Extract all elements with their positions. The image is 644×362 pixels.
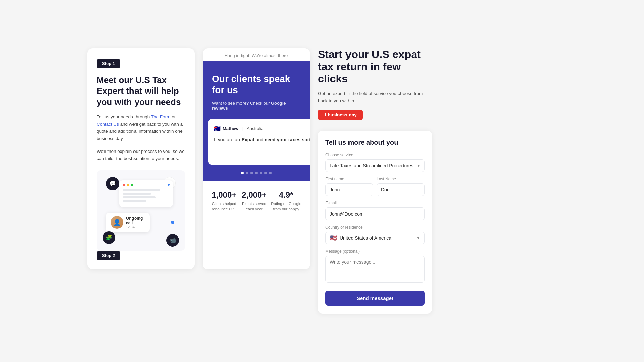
illustration: 💬 📋 👤 Ongoing call [97, 170, 185, 251]
left-description2: We'll then explain our process to you, s… [97, 148, 185, 162]
right-subtext: Get an expert in the field of service yo… [318, 90, 432, 104]
country-chevron-icon: ▼ [416, 236, 420, 240]
dot-4[interactable] [255, 172, 258, 174]
middle-panel: Hang in tight! We're almost there Our cl… [203, 48, 310, 269]
dot-1[interactable] [241, 172, 244, 174]
form-heading: Tell us more about you [325, 139, 425, 146]
dot-blue [168, 184, 170, 186]
avatar: 👤 [111, 216, 123, 229]
service-label: Choose service [325, 153, 425, 157]
lastname-group: Last Name [377, 177, 425, 196]
expand-chevron[interactable]: ∨ [214, 149, 310, 157]
country-label: Country of residence [325, 225, 425, 230]
email-input[interactable] [325, 207, 425, 220]
country-flag: 🇺🇸 [330, 234, 337, 242]
page-wrapper: Step 1 Meet our U.S Tax Expert that will… [87, 48, 557, 314]
business-day-badge: 1 business day [318, 110, 363, 120]
right-top: Start your U.S expat tax return in few c… [318, 48, 432, 127]
card1-flag: 🇦🇺 [214, 125, 221, 132]
testimonial-heading: Our clients speak for us [212, 73, 301, 96]
dot-3[interactable] [250, 172, 253, 174]
country-group: Country of residence 🇺🇸 United States of… [325, 225, 425, 244]
firstname-label: First name [325, 177, 373, 181]
card1-author: 🇦🇺 Mathew | Australia [214, 125, 310, 132]
hang-tight-text: Hang in tight! We're almost there [203, 48, 310, 61]
dot-6[interactable] [264, 172, 267, 174]
desc1-pre: Tell us your needs through [97, 114, 151, 119]
puzzle-icon: 🧩 [103, 231, 115, 244]
stat-2: 2,000+ Expats served each year [240, 190, 268, 261]
avatar-text: Ongoing call 12:04 [126, 216, 145, 229]
desc1-mid: or [170, 114, 176, 119]
send-button[interactable]: Send message! [325, 291, 425, 306]
message-label: Message (optional) [325, 249, 425, 254]
step2-badge: Step 2 [97, 251, 120, 260]
left-panel: Step 1 Meet our U.S Tax Expert that will… [87, 48, 195, 269]
name-row: First name Last Name [325, 177, 425, 201]
right-heading: Start your U.S expat tax return in few c… [318, 48, 432, 85]
firstname-group: First name [325, 177, 373, 196]
dot-2[interactable] [246, 172, 248, 174]
avatar-time: 12:04 [126, 225, 145, 229]
stat2-value: 2,000+ [240, 190, 268, 200]
testimonial-card-1: 🇦🇺 Mathew | Australia If you are an Expa… [208, 119, 310, 165]
card1-text: If you are an Expat and need your taxes … [214, 136, 310, 144]
stat-3: 4.9* Rating on Google from our happy [268, 190, 305, 261]
email-group: E-mail [325, 201, 425, 220]
stats-area: 1,000+ Clients helped renounce U.S. 2,00… [203, 181, 310, 269]
country-select-wrapper: 🇺🇸 United States of America ▼ [325, 232, 425, 244]
avatar-name: Ongoing call [126, 216, 145, 225]
testimonial-cards: 🇦🇺 Mathew | Australia If you are an Expa… [203, 119, 310, 172]
firstname-input[interactable] [325, 183, 373, 196]
video-icon: 📹 [166, 234, 179, 247]
the-form-link[interactable]: The Form [151, 114, 171, 119]
testimonial-subtext: Want to see more? Check our Google revie… [212, 101, 301, 111]
card1-country: Australia [247, 126, 264, 131]
dot-5[interactable] [260, 172, 262, 174]
country-select[interactable]: United States of America [340, 232, 415, 244]
dots-indicator [203, 172, 310, 181]
dot-yellow [127, 184, 129, 186]
step1-badge: Step 1 [97, 59, 120, 68]
form-card: Tell us more about you Choose service La… [318, 131, 432, 314]
stat3-label: Rating on Google from our happy [268, 201, 305, 212]
avatar-card: 👤 Ongoing call 12:04 [106, 213, 150, 232]
subtext-pre: Want to see more? Check our [212, 101, 271, 106]
left-heading: Meet our U.S Tax Expert that will help y… [97, 75, 185, 108]
blue-dot-indicator [171, 221, 174, 224]
stat1-label: Clients helped renounce U.S. [208, 201, 240, 212]
message-group: Message (optional) [325, 249, 425, 284]
message-textarea[interactable] [325, 256, 425, 283]
mock-window [119, 180, 173, 207]
dot-red [123, 184, 125, 186]
email-label: E-mail [325, 201, 425, 205]
testimonial-header: Our clients speak for us Want to see mor… [203, 61, 310, 119]
lastname-label: Last Name [377, 177, 425, 181]
service-select[interactable]: Late Taxes and Streamlined Procedures [325, 159, 425, 172]
card1-name: Mathew [223, 126, 239, 131]
service-select-wrapper: Late Taxes and Streamlined Procedures ▼ [325, 159, 425, 172]
stat1-value: 1,000+ [208, 190, 240, 200]
lastname-input[interactable] [377, 183, 425, 196]
chat-icon: 💬 [106, 177, 119, 190]
stat2-label: Expats served each year [240, 201, 268, 212]
stat-1: 1,000+ Clients helped renounce U.S. [208, 190, 240, 261]
dot-7[interactable] [269, 172, 272, 174]
contact-us-link[interactable]: Contact Us [97, 122, 119, 127]
service-group: Choose service Late Taxes and Streamline… [325, 153, 425, 172]
dot-green [131, 184, 133, 186]
right-panel: Start your U.S expat tax return in few c… [318, 48, 432, 314]
left-description1: Tell us your needs through The Form or C… [97, 113, 185, 142]
stat3-value: 4.9* [268, 190, 305, 200]
